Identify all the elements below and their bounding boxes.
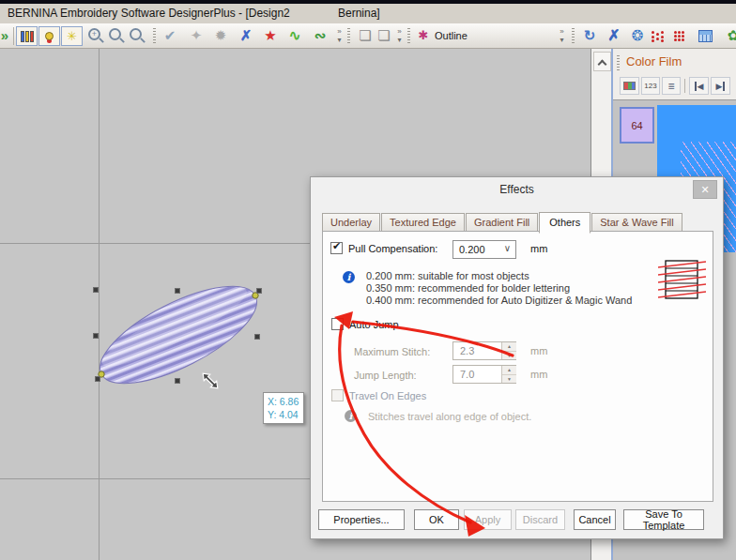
spinner-buttons[interactable]: ▲ ▼	[501, 342, 515, 359]
zoom-in-icon[interactable]: +	[88, 28, 100, 40]
needle-point-icon	[45, 32, 54, 40]
effects-dialog: Effects ✕ Underlay Textured Edge Gradien…	[310, 176, 724, 539]
show-stitch-angles-button[interactable]: ✳	[61, 26, 83, 46]
auto-jump-checkbox[interactable]	[331, 318, 344, 330]
ribbon-x-icon[interactable]: ✗	[236, 26, 256, 45]
selection-handle[interactable]	[175, 378, 180, 384]
tab-star-wave-fill[interactable]: Star & Wave Fill	[591, 213, 682, 232]
outline-toolbar-label[interactable]: Outline	[435, 30, 468, 41]
selection-handle[interactable]	[254, 334, 260, 340]
toolbar-overflow-button[interactable]: »▾	[394, 27, 405, 46]
selection-handle[interactable]	[93, 287, 99, 293]
back-one-color-button[interactable]: ◀	[689, 77, 709, 95]
travel-on-edges-checkbox[interactable]	[331, 389, 344, 401]
spinner-buttons[interactable]: ▲ ▼	[501, 366, 515, 383]
check-icon: ✔	[332, 240, 341, 252]
selection-handle[interactable]	[95, 376, 100, 382]
title-bar[interactable]: BERNINA Embroidery Software DesignerPlus…	[0, 4, 736, 23]
tab-gradient-fill[interactable]: Gradient Fill	[466, 213, 538, 232]
panel-grip[interactable]	[617, 55, 620, 72]
spin-up-icon[interactable]: ▲	[502, 366, 516, 374]
toolbar-grip[interactable]	[572, 28, 575, 44]
step-back-icon: ◀	[695, 82, 704, 91]
color-film-view-button[interactable]	[620, 77, 639, 95]
pull-compensation-diagram	[657, 258, 708, 301]
toolbar-separator	[13, 27, 14, 45]
jump-length-value: 7.0	[460, 369, 474, 380]
freehand-stitch-icon[interactable]: ∿	[284, 26, 305, 45]
resize-cursor-icon	[198, 369, 222, 393]
maximum-stitch-unit: mm	[530, 345, 547, 356]
numbers-icon: 123	[644, 82, 656, 90]
others-tab-page: ✔ Pull Compensation: 0.200 ∨ mm i 0.200 …	[322, 231, 713, 502]
spin-down-icon[interactable]: ▼	[502, 374, 516, 383]
close-button[interactable]: ✕	[693, 180, 717, 199]
accept-checkmark-icon[interactable]: ✔	[160, 26, 180, 45]
refresh-arrows-icon[interactable]: ↻	[579, 26, 600, 45]
tab-others[interactable]: Others	[539, 212, 590, 234]
position-tooltip: X: 6.86 Y: 4.04	[263, 392, 304, 424]
step-forward-icon: ▶	[716, 82, 726, 91]
ungroup-box-icon[interactable]: ❏	[374, 26, 394, 45]
jump-length-label: Jump Length:	[354, 370, 417, 381]
scroll-up-button[interactable]	[593, 52, 611, 71]
outline-stitch-icon[interactable]: ✱	[413, 26, 434, 45]
tab-underlay[interactable]: Underlay	[322, 213, 380, 232]
zoom-1to1-icon[interactable]	[109, 28, 121, 40]
dense-dots-icon[interactable]	[674, 31, 686, 42]
toolbar-grip[interactable]	[407, 28, 410, 44]
zoom-box-icon[interactable]	[130, 28, 142, 40]
selection-handle[interactable]	[175, 288, 180, 294]
close-icon: ✕	[700, 184, 709, 195]
green-edge-icon[interactable]: ✿	[723, 26, 736, 45]
globe-gear-icon[interactable]: ❂	[627, 26, 648, 45]
ok-button[interactable]: OK	[414, 509, 459, 530]
sun-shape-icon[interactable]: ✹	[210, 26, 231, 45]
pull-compensation-label: Pull Compensation:	[348, 243, 437, 254]
pull-compensation-checkbox[interactable]: ✔	[330, 242, 343, 254]
tab-textured-edge[interactable]: Textured Edge	[381, 213, 465, 232]
film-colors-icon	[623, 82, 636, 90]
group-box-icon[interactable]: ❏	[355, 26, 376, 45]
table-grid-icon[interactable]	[698, 30, 713, 42]
swirl-stitch-icon[interactable]: ∾	[310, 26, 330, 45]
toolbar-overflow-button[interactable]: »▾	[557, 27, 567, 46]
pull-compensation-dropdown[interactable]: 0.200 ∨	[452, 240, 516, 259]
properties-button[interactable]: Properties...	[318, 509, 405, 530]
jump-length-spinner[interactable]: 7.0 ▲ ▼	[452, 365, 516, 384]
color-chip[interactable]: 64	[620, 107, 654, 144]
tooltip-x-value: X: 6.86	[268, 395, 303, 408]
window-title: BERNINA Embroidery Software DesignerPlus…	[8, 7, 290, 20]
save-to-template-button[interactable]: Save To Template	[623, 509, 704, 530]
magic-wand-icon[interactable]: ✦	[186, 26, 207, 45]
spin-down-icon[interactable]: ▼	[502, 351, 516, 359]
selection-handle[interactable]	[256, 288, 262, 294]
chevron-up-icon	[598, 60, 607, 69]
show-stitches-button[interactable]	[16, 26, 38, 46]
forward-one-color-button[interactable]: ▶	[711, 77, 730, 95]
window-title-document: Bernina]	[338, 7, 380, 20]
toolbar-overflow-button[interactable]: »▾	[334, 27, 345, 46]
maximum-stitch-spinner[interactable]: 2.3 ▲ ▼	[452, 341, 516, 360]
stitch-bars-icon	[21, 31, 34, 42]
jump-length-unit: mm	[530, 369, 547, 380]
maximum-stitch-value: 2.3	[460, 345, 474, 356]
color-number: 64	[631, 120, 642, 131]
sequence-list-button[interactable]: ≡	[662, 77, 681, 95]
pull-info-line-1: 0.200 mm: suitable for most objects	[366, 270, 529, 282]
toolbar-grip[interactable]	[153, 28, 156, 44]
tab-strip: Underlay Textured Edge Gradient Fill Oth…	[322, 212, 683, 232]
red-star-icon[interactable]: ★	[260, 26, 281, 45]
show-color-numbers-button[interactable]: 123	[641, 77, 660, 95]
show-needle-points-button[interactable]	[38, 26, 60, 46]
spin-up-icon[interactable]: ▲	[502, 342, 516, 351]
discard-button[interactable]: Discard	[515, 509, 565, 530]
toolbar-grip[interactable]	[347, 28, 350, 44]
blue-cross-icon[interactable]: ✗	[604, 26, 624, 45]
dialog-title: Effects	[311, 183, 723, 196]
apply-button[interactable]: Apply	[464, 509, 512, 530]
cancel-button[interactable]: Cancel	[574, 509, 616, 530]
sparse-dots-icon[interactable]	[652, 31, 664, 42]
selection-handle[interactable]	[93, 333, 99, 339]
maximum-stitch-label: Maximum Stitch:	[354, 346, 430, 357]
